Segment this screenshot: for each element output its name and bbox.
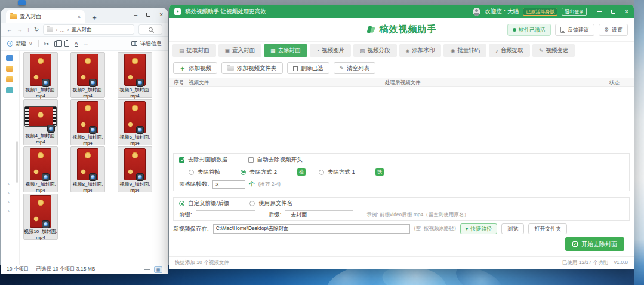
app-logo-icon: [174, 8, 181, 15]
suffix-input[interactable]: [285, 210, 353, 219]
forward-icon[interactable]: →: [17, 26, 23, 33]
file-item[interactable]: 视频6_加封面.mp4: [118, 99, 152, 145]
add-video-button[interactable]: ＋添加视频: [173, 62, 217, 74]
new-button[interactable]: ＋ 新建 ∨: [7, 40, 33, 48]
tab-remove-cover[interactable]: ▦去除封面: [264, 44, 307, 57]
avatar[interactable]: [473, 8, 480, 16]
file-item[interactable]: 视频7_加封面.mp4: [23, 146, 58, 192]
save-path-input[interactable]: [213, 224, 410, 234]
folder-shortcut-icon[interactable]: [6, 66, 13, 72]
tab-audio-extract[interactable]: ♪音频提取: [489, 44, 530, 57]
vip-badge[interactable]: 已激活终身版: [523, 8, 557, 16]
minimize-button[interactable]: –: [134, 11, 138, 18]
tab-insert-cover[interactable]: ▣置入封面: [218, 44, 262, 57]
explorer-tab[interactable]: 置入封面 ×: [6, 10, 85, 23]
desktop-icon[interactable]: [18, 0, 26, 5]
file-item[interactable]: 视频9_加封面.mp4: [118, 146, 152, 192]
minimize-button[interactable]: [597, 11, 602, 11]
explorer-address-bar: ← → ↑ ↻ › … › 置入封面: [1, 23, 168, 37]
add-folder-button[interactable]: 添加视频文件夹: [221, 62, 283, 74]
quick-access-icon[interactable]: [6, 55, 13, 61]
tab-icon: ◉: [450, 48, 455, 54]
radio-remove-first-frame[interactable]: [189, 170, 194, 175]
location-folder-icon: [47, 27, 53, 32]
up-icon[interactable]: ↑: [27, 26, 30, 33]
new-tab-button[interactable]: ＋: [91, 14, 98, 21]
browse-button[interactable]: 浏览: [501, 223, 524, 234]
folder-shortcut-icon[interactable]: [6, 87, 13, 93]
navigation-rail[interactable]: › › › ›: [1, 51, 20, 265]
feedback-button[interactable]: 反馈建议: [555, 24, 594, 36]
breadcrumb-ellipsis[interactable]: …: [60, 27, 65, 33]
clear-list-button[interactable]: ✎清空列表: [334, 62, 376, 74]
file-item[interactable]: 视频3_加封面.mp4: [118, 52, 152, 98]
details-toggle[interactable]: 详细信息: [131, 40, 162, 48]
thumbnail-art: [36, 112, 45, 118]
frames-count-input[interactable]: [212, 180, 245, 189]
folder-icon: [227, 66, 234, 71]
prefix-label: 前缀:: [179, 211, 192, 219]
radio-custom-name[interactable]: [179, 201, 184, 206]
file-item[interactable]: 视频1_加封面.mp4: [23, 52, 58, 98]
radio-label: 去除首帧: [198, 168, 220, 176]
usage-counter: 已使用 12/17 个功能: [562, 259, 608, 266]
list-view-toggle[interactable]: [144, 269, 150, 270]
tab-video-images[interactable]: ◔视频图片: [310, 44, 351, 57]
cut-icon[interactable]: ✂: [44, 41, 49, 47]
refresh-icon[interactable]: ↻: [34, 26, 39, 33]
activation-status-chip[interactable]: 软件已激活: [507, 24, 551, 36]
rail-scrollbar[interactable]: [16, 141, 18, 183]
dropdown-triangle-icon: ▾: [466, 226, 469, 232]
activation-label: 软件已激活: [519, 26, 546, 34]
desktop: 置入封面 × ＋ – × ← → ↑ ↻ › … › 置入封面: [0, 0, 644, 285]
breadcrumb-current[interactable]: 置入封面: [72, 26, 92, 33]
close-button[interactable]: ×: [159, 11, 163, 18]
delete-selected-button[interactable]: 删除已选: [287, 62, 329, 74]
tab-video-segment[interactable]: ▧视频分段: [353, 44, 397, 57]
save-location-row: 新视频保存在: (空=按视频原路径) ▾ 快捷路径 浏览 打开文件夹: [173, 223, 630, 234]
file-item[interactable]: 视频4_加封面.mp4: [23, 99, 58, 145]
maximize-button[interactable]: [611, 10, 615, 14]
file-item[interactable]: 视频8_加封面.mp4: [70, 146, 105, 192]
copy-icon[interactable]: [54, 41, 59, 47]
settings-button[interactable]: ⚙ 设置: [599, 24, 628, 36]
start-remove-cover-button[interactable]: ✓ 开始去除封面: [565, 237, 624, 251]
expand-chevron-icon[interactable]: ›: [8, 200, 10, 205]
explorer-tab-bar: 置入封面 × ＋ – ×: [1, 8, 168, 23]
more-options-icon[interactable]: ⋯: [83, 41, 89, 47]
radio-original-name[interactable]: [249, 201, 255, 206]
radio-mode-2[interactable]: [241, 170, 246, 175]
folder-shortcut-icon[interactable]: [6, 76, 13, 82]
paste-icon[interactable]: [64, 41, 69, 47]
close-button[interactable]: ×: [625, 8, 628, 15]
radio-label: 去除方式 1: [328, 168, 355, 176]
maximize-button[interactable]: [146, 13, 150, 17]
status-dot-icon: [513, 28, 516, 32]
radio-mode-1[interactable]: [319, 170, 324, 175]
prefix-input[interactable]: [196, 210, 255, 219]
checkbox-remove-cover-data[interactable]: [179, 157, 184, 163]
quick-path-button[interactable]: ▾ 快捷路径: [460, 223, 498, 234]
tab-batch-transcode[interactable]: ◉批量转码: [443, 44, 486, 57]
file-item[interactable]: 视频5_加封面.mp4: [70, 99, 105, 145]
details-view-toggle[interactable]: ▦: [154, 266, 162, 273]
file-item[interactable]: 视频2_加封面.mp4: [70, 52, 105, 98]
tab-watermark[interactable]: ◈添加水印: [399, 44, 442, 57]
open-folder-button[interactable]: 打开文件夹: [528, 223, 567, 234]
address-input[interactable]: › … › 置入封面: [43, 24, 134, 35]
tab-video-speed[interactable]: ✎视频变速: [532, 44, 575, 57]
back-icon[interactable]: ←: [7, 26, 13, 33]
search-box[interactable]: [138, 24, 162, 35]
welcome-text: 欢迎您：大猫: [485, 8, 519, 16]
logout-button[interactable]: 退出登录: [562, 8, 587, 16]
app-header: 稿效视频助手 软件已激活 反馈建议 ⚙ 设置: [169, 18, 634, 42]
checkbox-auto-remove-head[interactable]: [248, 157, 254, 163]
rename-icon[interactable]: A: [75, 41, 78, 47]
media-player-overlay-icon: [47, 125, 55, 133]
file-item[interactable]: 视频10_加封面.mp4: [23, 194, 58, 240]
expand-chevron-icon[interactable]: ›: [8, 191, 10, 196]
tab-extract-cover[interactable]: ▤提取封面: [172, 44, 216, 57]
tab-close-icon[interactable]: ×: [78, 14, 81, 20]
expand-chevron-icon[interactable]: ›: [8, 182, 10, 187]
expand-chevron-icon[interactable]: ›: [8, 209, 10, 214]
